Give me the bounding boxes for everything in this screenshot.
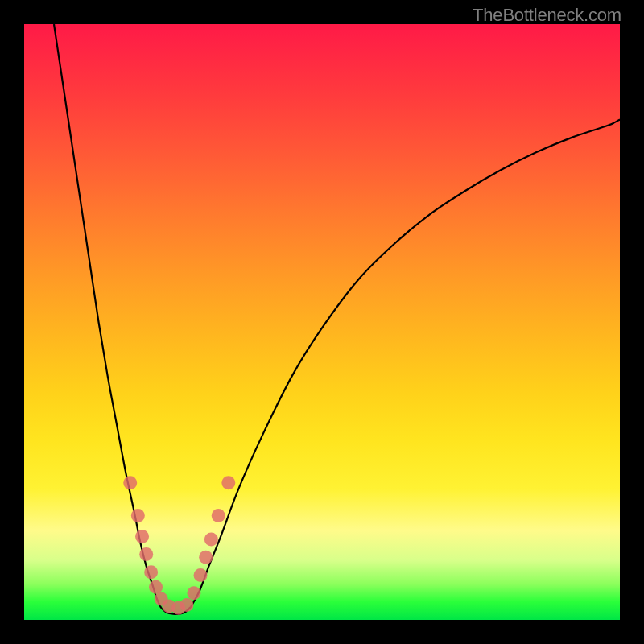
plot-area: [24, 24, 620, 620]
marker-dot: [194, 568, 208, 582]
outer-frame: TheBottleneck.com: [0, 0, 644, 644]
marker-dot: [144, 565, 158, 579]
marker-dot: [139, 547, 153, 561]
attribution-text: TheBottleneck.com: [473, 5, 621, 26]
curve-left-branch: [54, 24, 161, 608]
marker-dot: [212, 509, 225, 522]
chart-overlay: [24, 24, 620, 620]
marker-dot: [123, 476, 137, 489]
marker-dot: [204, 533, 218, 547]
marker-dot: [180, 598, 194, 612]
curve-right-branch: [191, 119, 620, 606]
marker-dot: [199, 551, 213, 564]
marker-dot: [131, 509, 145, 522]
marker-dot: [221, 476, 235, 489]
marker-dot: [135, 530, 149, 543]
marker-dot: [187, 586, 200, 600]
marker-dot: [149, 580, 163, 594]
